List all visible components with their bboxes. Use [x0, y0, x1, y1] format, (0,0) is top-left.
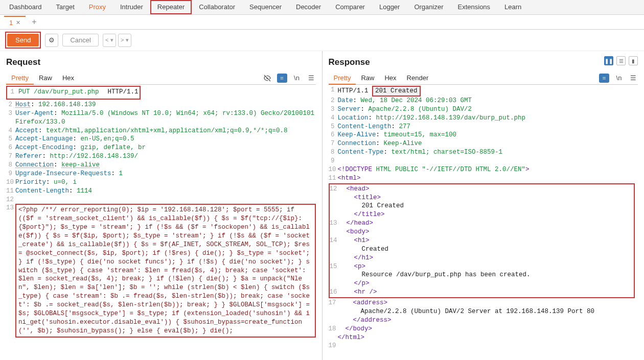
- subtab-raw[interactable]: Raw: [356, 72, 379, 84]
- request-pane: Request PrettyRawHex = \n ☰ 1PUT /dav/bu…: [0, 51, 323, 360]
- nav-decoder[interactable]: Decoder: [289, 0, 328, 14]
- request-editor[interactable]: 1PUT /dav/burp_put.php HTTP/1.12Host: 19…: [6, 86, 316, 360]
- pause-icon[interactable]: ❚❚: [604, 56, 613, 65]
- main-nav: DashboardTargetProxyIntruderRepeaterColl…: [0, 0, 644, 15]
- nav-intruder[interactable]: Intruder: [113, 0, 150, 14]
- nav-collaborator[interactable]: Collaborator: [192, 0, 242, 14]
- tab-1[interactable]: 1 ✕: [4, 16, 26, 29]
- subtab-hex[interactable]: Hex: [379, 72, 401, 84]
- subtab-render[interactable]: Render: [402, 72, 434, 84]
- response-pane: Response PrettyRawHexRender = \n ☰ 1HTTP…: [323, 51, 645, 360]
- subtab-hex[interactable]: Hex: [57, 72, 79, 84]
- tab-label: 1: [9, 19, 13, 27]
- subtab-pretty[interactable]: Pretty: [6, 72, 34, 85]
- equals-icon[interactable]: =: [277, 74, 287, 83]
- action-bar: Send ⚙ Cancel < ▾ > ▾: [0, 30, 644, 51]
- response-subtabs: PrettyRawHexRender = \n ☰: [329, 71, 638, 85]
- tab-strip: 1 ✕ +: [0, 15, 644, 30]
- close-icon[interactable]: ✕: [16, 19, 20, 26]
- nav-learn[interactable]: Learn: [497, 0, 528, 14]
- layout-vertical-icon[interactable]: ▮: [629, 56, 638, 65]
- back-button[interactable]: < ▾: [103, 34, 116, 47]
- cancel-button[interactable]: Cancel: [62, 34, 98, 46]
- send-highlight-box: Send: [5, 32, 41, 49]
- response-title: Response: [329, 57, 638, 67]
- nav-sequencer[interactable]: Sequencer: [242, 0, 289, 14]
- forward-button[interactable]: > ▾: [118, 34, 131, 47]
- subtab-pretty[interactable]: Pretty: [329, 72, 356, 85]
- nav-proxy[interactable]: Proxy: [82, 0, 113, 14]
- response-viewer[interactable]: 1HTTP/1.1 201 Created2Date: Wed, 18 Dec …: [329, 86, 638, 360]
- equals-icon[interactable]: =: [599, 74, 609, 83]
- layout-horizontal-icon[interactable]: ☰: [616, 56, 626, 65]
- nav-extensions[interactable]: Extensions: [451, 0, 498, 14]
- layout-controls: ❚❚ ☰ ▮: [604, 56, 638, 65]
- request-title: Request: [6, 57, 316, 67]
- menu-icon[interactable]: ☰: [307, 74, 316, 83]
- nav-organizer[interactable]: Organizer: [407, 0, 450, 14]
- gear-icon[interactable]: ⚙: [45, 34, 58, 47]
- eye-off-icon[interactable]: [263, 74, 272, 83]
- menu-icon[interactable]: ☰: [629, 74, 638, 83]
- add-tab-button[interactable]: +: [28, 17, 40, 27]
- newline-icon[interactable]: \n: [292, 74, 302, 83]
- nav-dashboard[interactable]: Dashboard: [2, 0, 49, 14]
- send-button[interactable]: Send: [7, 34, 39, 46]
- history-nav: < ▾ > ▾: [103, 34, 131, 47]
- request-subtabs: PrettyRawHex = \n ☰: [6, 71, 316, 85]
- nav-target[interactable]: Target: [49, 0, 82, 14]
- newline-icon[interactable]: \n: [614, 74, 624, 83]
- subtab-raw[interactable]: Raw: [34, 72, 57, 84]
- nav-repeater[interactable]: Repeater: [150, 0, 192, 14]
- nav-comparer[interactable]: Comparer: [328, 0, 372, 14]
- nav-logger[interactable]: Logger: [372, 0, 407, 14]
